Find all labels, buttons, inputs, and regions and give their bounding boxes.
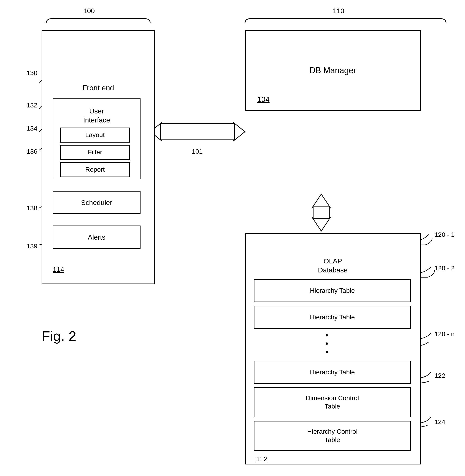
svg-marker-4	[312, 217, 330, 231]
svg-rect-5	[313, 207, 329, 218]
ref-114: 114	[53, 265, 64, 274]
ref-104: 104	[257, 95, 269, 105]
svg-marker-1	[233, 122, 245, 141]
ref-112: 112	[256, 454, 268, 463]
layout-box: Layout	[60, 127, 130, 143]
report-box: Report	[60, 162, 130, 177]
ref-130: 130	[27, 69, 37, 77]
ref-138: 138	[27, 204, 37, 212]
hierarchy-control-table: Hierarchy Control Table	[254, 421, 411, 451]
ref-120-1: 120 - 1	[434, 231, 454, 238]
front-end-label: Front end	[83, 83, 114, 93]
ref-136: 136	[27, 148, 37, 155]
fig-label: Fig. 2	[42, 328, 76, 344]
ref-124: 124	[434, 418, 445, 426]
ref-122: 122	[434, 372, 445, 380]
scheduler-box: Scheduler	[53, 191, 140, 214]
svg-marker-3	[312, 194, 330, 208]
ref-132: 132	[27, 102, 37, 109]
db-manager-box: DB Manager 104	[245, 30, 421, 111]
ref-134: 134	[27, 125, 37, 132]
front-end-box: Front end UserInterface Layout Filter Re…	[42, 30, 155, 284]
ellipsis: •••	[325, 331, 328, 356]
svg-rect-2	[161, 124, 235, 140]
hierarchy-table-2: Hierarchy Table	[254, 306, 411, 329]
alerts-box: Alerts	[53, 225, 140, 249]
ref-139: 139	[27, 243, 37, 250]
dimension-control-table: Dimension Control Table	[254, 387, 411, 417]
ref-101: 101	[192, 148, 203, 155]
user-interface-box: UserInterface Layout Filter Report	[53, 98, 140, 179]
olap-database-box: OLAPDatabase Hierarchy Table Hierarchy T…	[245, 233, 421, 465]
olap-label: OLAPDatabase	[318, 256, 348, 275]
filter-box: Filter	[60, 145, 130, 160]
ref-120-n: 120 - n	[434, 330, 454, 338]
ref-100: 100	[83, 7, 95, 15]
diagram: 100 110 Front end UserInterface Layout F…	[0, 0, 465, 476]
ui-label: UserInterface	[83, 106, 110, 125]
hierarchy-table-1: Hierarchy Table	[254, 279, 411, 302]
ref-110: 110	[333, 7, 344, 15]
hierarchy-table-n: Hierarchy Table	[254, 361, 411, 384]
ref-120-2: 120 - 2	[434, 264, 454, 272]
